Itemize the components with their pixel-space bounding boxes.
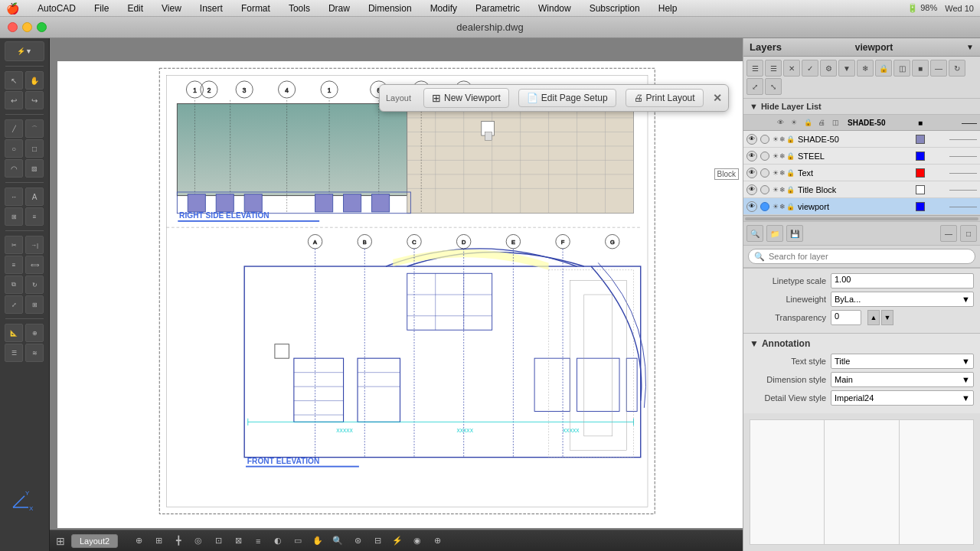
layer-row-steel[interactable]: 👁 ☀ ❄ 🔒 STEEL ———— [743, 148, 980, 165]
new-viewport-button[interactable]: ⊞ New Viewport [423, 88, 509, 108]
ortho-tool[interactable]: ╋ [170, 533, 187, 549]
snap-tool[interactable]: ⊕ [130, 533, 147, 549]
layer-status-vp[interactable] [760, 202, 769, 211]
menu-window[interactable]: Window [535, 3, 574, 14]
layer-filter-button[interactable]: ▼ [838, 60, 855, 77]
edit-page-setup-button[interactable]: 📄 Edit Page Setup [518, 89, 616, 107]
layer-tool-filter[interactable]: 🔍 [746, 225, 763, 242]
menu-help[interactable]: Help [655, 3, 681, 14]
tool-layer[interactable]: ≡ [25, 207, 44, 226]
panel-minimize[interactable]: — [940, 225, 957, 242]
minimize-button[interactable] [22, 22, 32, 32]
annotation-collapse-arrow[interactable]: ▼ [750, 338, 759, 349]
tool-workspace[interactable]: ⚡▼ [5, 41, 44, 61]
menu-draw[interactable]: Draw [325, 3, 353, 14]
detail-view-dropdown[interactable]: Imperial24 ▼ [831, 390, 974, 406]
layer-row-title-block[interactable]: 👁 ☀ ❄ 🔒 Title Block ———— [743, 181, 980, 198]
otrack-tool[interactable]: ⊠ [230, 533, 247, 549]
tool-move[interactable]: ↖ [5, 71, 23, 90]
osnap-tool[interactable]: ⊡ [210, 533, 227, 549]
dim-style-dropdown[interactable]: Main ▼ [831, 372, 974, 387]
layer-color-shade50[interactable] [916, 135, 925, 144]
linetype-scale-value[interactable]: 1.00 [831, 273, 974, 289]
layer-color-text[interactable] [916, 168, 925, 178]
tool-copy[interactable]: ⧉ [5, 276, 23, 294]
properties-tool[interactable]: ⊕ [429, 533, 446, 549]
apple-logo[interactable]: 🍎 [6, 2, 19, 15]
layer-status-steel[interactable] [760, 152, 769, 161]
tool-mirror[interactable]: ⟺ [25, 256, 44, 274]
layout2-tab[interactable]: Layout2 [71, 534, 118, 548]
selection-tool[interactable]: ▭ [289, 533, 306, 549]
tool-pan[interactable]: ✋ [25, 71, 44, 90]
lineweight-dropdown[interactable]: ByLa... ▼ [831, 292, 974, 307]
layer-status-title[interactable] [760, 185, 769, 194]
layer-tool-save[interactable]: 💾 [786, 225, 803, 242]
lineweight-tool[interactable]: ≡ [250, 533, 266, 549]
panel-collapse-icon[interactable]: ▼ [966, 43, 974, 51]
print-layout-button[interactable]: 🖨 Print Layout [626, 89, 704, 107]
tool-properties[interactable]: ☰ [5, 344, 23, 362]
polar-tool[interactable]: ◎ [190, 533, 207, 549]
vis-icon[interactable]: ☀ [773, 135, 779, 143]
transparency-value[interactable]: 0 [831, 310, 861, 325]
close-button[interactable] [8, 22, 18, 32]
tool-offset[interactable]: ≡ [5, 256, 23, 274]
layer-vis-shade50[interactable]: 👁 [746, 134, 757, 145]
tool-scale[interactable]: ⤢ [5, 295, 23, 314]
scroll-bar[interactable] [743, 215, 980, 221]
maximize-button[interactable] [37, 22, 47, 32]
canvas-area[interactable]: 1 2 3 4 1 6 7 [57, 61, 743, 528]
3d-orbit-tool[interactable]: ⊛ [349, 533, 366, 549]
layer-name-steel[interactable]: STEEL [798, 152, 913, 161]
pan-tool[interactable]: ✋ [309, 533, 326, 549]
layer-vis-vp[interactable]: 👁 [746, 201, 757, 212]
layer-vis-steel[interactable]: 👁 [746, 151, 757, 161]
layer-status-text[interactable] [760, 168, 769, 178]
freeze-button[interactable]: ❄ [857, 60, 874, 77]
drawing-area[interactable]: Layout ⊞ New Viewport 📄 Edit Page Setup … [50, 38, 743, 551]
layer-row-viewport[interactable]: 👁 ☀ ❄ 🔒 viewport ———— [743, 198, 980, 215]
isolate-tool[interactable]: ◉ [409, 533, 426, 549]
layer-settings-button[interactable]: ⚙ [820, 60, 837, 77]
tool-trim[interactable]: ✂ [5, 236, 23, 254]
layer-color-vp[interactable] [916, 202, 925, 211]
restore-button[interactable]: ⤡ [765, 78, 782, 95]
menu-dimension[interactable]: Dimension [365, 3, 415, 14]
tool-hatch[interactable]: ▨ [25, 159, 44, 178]
transparency-down[interactable]: ▼ [881, 310, 893, 325]
layer-vis-title[interactable]: 👁 [746, 184, 757, 195]
layer-name-shade50[interactable]: SHADE-50 [798, 135, 913, 144]
layer-name-title-block[interactable]: Title Block [798, 185, 913, 194]
menu-view[interactable]: View [158, 3, 185, 14]
lock-button[interactable]: 🔒 [875, 60, 892, 77]
layout-toolbar-close[interactable]: ✕ [713, 92, 722, 104]
menu-file[interactable]: File [91, 3, 112, 14]
tool-polyline[interactable]: ⌒ [25, 119, 44, 138]
menu-format[interactable]: Format [238, 3, 273, 14]
tool-rotate[interactable]: ↻ [25, 276, 44, 294]
vp-color-button[interactable]: ■ [912, 60, 929, 77]
delete-layer-button[interactable]: ✕ [783, 60, 800, 77]
new-layer-vp-button[interactable]: ☰ [765, 60, 782, 77]
tool-circle[interactable]: ○ [5, 139, 23, 158]
menu-subscription[interactable]: Subscription [586, 3, 643, 14]
menu-parametric[interactable]: Parametric [472, 3, 523, 14]
search-input[interactable] [748, 249, 975, 264]
viewport-tool[interactable]: ⊟ [369, 533, 386, 549]
hardware-accel[interactable]: ⚡ [389, 533, 406, 549]
tool-undo[interactable]: ↩ [5, 91, 23, 109]
tool-arc[interactable]: ◠ [5, 159, 23, 178]
new-layer-button[interactable]: ☰ [746, 60, 763, 77]
layer-color-steel[interactable] [916, 152, 925, 161]
tool-line[interactable]: ╱ [5, 119, 23, 138]
tool-extend[interactable]: →| [25, 236, 44, 254]
menu-modify[interactable]: Modify [427, 3, 460, 14]
layer-vis-text[interactable]: 👁 [746, 168, 757, 178]
maximize-button[interactable]: ⤢ [746, 78, 763, 95]
transparency-tool[interactable]: ◐ [270, 533, 286, 549]
set-current-button[interactable]: ✓ [802, 60, 818, 77]
layer-color-title[interactable] [916, 185, 925, 194]
traffic-lights[interactable] [8, 22, 47, 32]
tool-array[interactable]: ⊞ [25, 295, 44, 314]
